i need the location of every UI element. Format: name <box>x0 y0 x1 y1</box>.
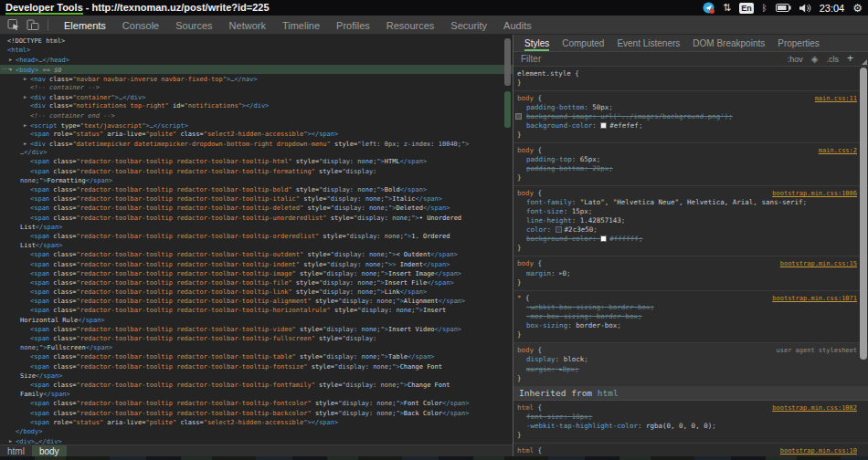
battery-icon[interactable] <box>776 4 791 12</box>
rule-source-link[interactable]: main.css:11 <box>815 94 857 103</box>
css-property[interactable]: display: block; <box>517 355 857 364</box>
css-property[interactable]: padding-bottom: 20px; <box>517 164 857 173</box>
rule-selector[interactable]: body <box>517 259 534 268</box>
sidebar-tab-styles[interactable]: Styles <box>518 35 556 51</box>
sidebar-tab-properties[interactable]: Properties <box>771 35 826 51</box>
css-property[interactable]: background-color: #ffffff; <box>517 235 857 244</box>
dom-row[interactable]: <span class="redactor-toolbar-tooltip re… <box>0 334 513 343</box>
tab-security[interactable]: Security <box>442 16 495 35</box>
rule-source-link[interactable]: bootstrap.min.css:1086 <box>772 189 857 198</box>
dom-row-selected[interactable]: ···▼<body> == $0 <box>0 65 513 74</box>
dom-row[interactable]: <span class="redactor-toolbar-tooltip re… <box>0 297 513 306</box>
css-property[interactable]: margin: ▶8px; <box>517 364 857 374</box>
device-toolbar-icon[interactable] <box>26 18 39 31</box>
dom-row[interactable]: <span class="redactor-toolbar-tooltip re… <box>0 232 513 241</box>
css-property[interactable]: -webkit-box-sizing: border-box; <box>517 303 857 312</box>
styles-scrollbar-thumb[interactable] <box>860 68 867 360</box>
dom-row[interactable]: <span class="redactor-toolbar-tooltip re… <box>0 260 513 269</box>
elements-scrollbar-thumb[interactable] <box>504 38 511 86</box>
dom-row[interactable]: <span class="redactor-toolbar-tooltip re… <box>0 204 513 213</box>
css-property[interactable]: margin: ▶0; <box>517 268 857 278</box>
tab-sources[interactable]: Sources <box>167 16 220 35</box>
css-property[interactable]: line-height: 1.42857143; <box>517 216 857 225</box>
css-property[interactable]: -webkit-tap-highlight-color: rgba(0, 0, … <box>517 422 857 431</box>
styles-filter-input[interactable]: Filter <box>521 54 541 64</box>
dom-row[interactable]: <span class="redactor-toolbar-tooltip re… <box>0 409 513 418</box>
css-property[interactable]: font-size: 15px; <box>517 207 857 216</box>
rule-selector[interactable]: element.style <box>517 69 571 78</box>
dom-row[interactable]: ▶<nav class="navbar navbar-inverse navba… <box>0 74 513 83</box>
dom-row[interactable]: Size</span> <box>0 371 513 381</box>
dom-row[interactable]: ▶<div class="datetimepicker datetimepick… <box>0 139 513 148</box>
bluetooth-icon[interactable]: ᛒ <box>762 3 767 13</box>
sidebar-tab-dom-breakpoints[interactable]: DOM Breakpoints <box>686 35 771 51</box>
rule-selector[interactable]: body <box>517 346 534 355</box>
inherited-subject-link[interactable]: html <box>598 388 619 398</box>
dom-row[interactable]: <span class="redactor-toolbar-tooltip re… <box>0 362 513 371</box>
tab-resources[interactable]: Resources <box>378 16 443 35</box>
css-property[interactable]: box-sizing: border-box; <box>517 321 857 330</box>
tab-elements[interactable]: Elements <box>56 16 114 35</box>
css-property[interactable]: padding-bottom: 50px; <box>517 103 857 112</box>
color-swatch[interactable] <box>600 122 607 129</box>
css-property[interactable]: background-color: #efefef; <box>517 121 857 131</box>
dom-row[interactable]: ▶<div>…</div> <box>0 436 513 444</box>
volume-icon[interactable] <box>799 4 811 13</box>
dom-row[interactable]: <span class="redactor-toolbar-tooltip re… <box>0 185 513 194</box>
breadcrumb-body[interactable]: body <box>32 445 67 456</box>
network-arrows-icon[interactable]: ⇅ <box>723 2 731 14</box>
dom-row[interactable]: ▶<div class="container">…</div> <box>0 92 513 101</box>
css-property[interactable]: font-size: 10px; <box>517 413 857 422</box>
dom-row[interactable]: <span role="status" aria-live="polite" c… <box>0 418 513 427</box>
dom-row[interactable]: <!DOCTYPE html> <box>0 37 513 46</box>
dom-row[interactable]: List</span> <box>0 241 513 250</box>
tab-audits[interactable]: Audits <box>495 16 540 35</box>
dom-row[interactable]: <!-- container --> <box>0 83 513 92</box>
keyboard-layout-indicator[interactable]: En <box>739 3 754 14</box>
toggle-element-state-hov[interactable]: :hov <box>788 55 803 64</box>
css-property[interactable]: color: #2c3e50; <box>517 225 857 235</box>
dom-row[interactable]: <span class="redactor-toolbar-tooltip re… <box>0 269 513 278</box>
css-property[interactable]: -moz-box-sizing: border-box; <box>517 312 857 321</box>
dom-row[interactable]: Horizontal Rule</span> <box>0 316 513 325</box>
session-gear-icon[interactable]: ⚙ <box>852 3 863 14</box>
rule-source-link[interactable]: bootstrap.min.css:15 <box>780 259 857 268</box>
rule-selector[interactable]: body <box>517 94 534 103</box>
dom-row[interactable]: <span class="redactor-toolbar-tooltip re… <box>0 352 513 361</box>
dom-row[interactable]: <span class="redactor-toolbar-tooltip re… <box>0 381 513 390</box>
dom-row[interactable]: <span class="redactor-toolbar-tooltip re… <box>0 194 513 204</box>
dom-row[interactable]: <span class="redactor-toolbar-tooltip re… <box>0 278 513 288</box>
css-property[interactable]: padding-top: 65px; <box>517 155 857 164</box>
dom-row[interactable]: <span class="redactor-toolbar-tooltip re… <box>0 250 513 259</box>
rule-selector[interactable]: html <box>517 403 534 413</box>
dom-row[interactable]: <span role="status" aria-live="polite" c… <box>0 130 513 139</box>
dom-row[interactable]: none;">Formatting</span> <box>0 176 513 185</box>
resize-grip-icon[interactable] <box>862 59 867 65</box>
dom-row[interactable]: <span class="redactor-toolbar-tooltip re… <box>0 325 513 334</box>
color-swatch[interactable] <box>600 235 607 242</box>
rule-selector[interactable]: body <box>517 146 534 155</box>
rule-source-link[interactable]: main.css:2 <box>819 146 857 155</box>
dom-row[interactable]: <!-- container end --> <box>0 111 513 120</box>
dom-row[interactable]: <span class="redactor-toolbar-tooltip re… <box>0 167 513 176</box>
new-style-rule-button[interactable]: + <box>847 55 853 63</box>
rule-selector[interactable]: html <box>517 446 534 455</box>
sidebar-tab-computed[interactable]: Computed <box>556 35 610 51</box>
dom-row[interactable]: <html> <box>0 46 513 55</box>
dom-row[interactable]: none;">Fullscreen</span> <box>0 343 513 352</box>
dom-row[interactable]: Family</span> <box>0 390 513 399</box>
sidebar-tab-event-listeners[interactable]: Event Listeners <box>610 35 686 51</box>
breadcrumb-html[interactable]: html <box>0 445 32 456</box>
css-property[interactable]: background-image: url('../images/backgro… <box>517 112 857 121</box>
clock[interactable]: 23:04 <box>820 3 845 14</box>
tab-timeline[interactable]: Timeline <box>274 16 328 35</box>
dom-row[interactable]: ▶<script type="text/javascript">…</scrip… <box>0 120 513 130</box>
element-state-icon[interactable]: ◈ <box>811 54 819 64</box>
inspect-element-icon[interactable] <box>7 18 20 31</box>
dom-row[interactable]: <div class="notifications top-right" id=… <box>0 101 513 110</box>
messenger-icon[interactable] <box>703 2 715 14</box>
rule-source-link[interactable]: bootstrap.min.css:10 <box>780 446 857 455</box>
dom-row[interactable]: <span class="redactor-toolbar-tooltip re… <box>0 399 513 408</box>
color-swatch[interactable] <box>556 226 562 233</box>
rule-selector[interactable]: body <box>517 189 534 198</box>
